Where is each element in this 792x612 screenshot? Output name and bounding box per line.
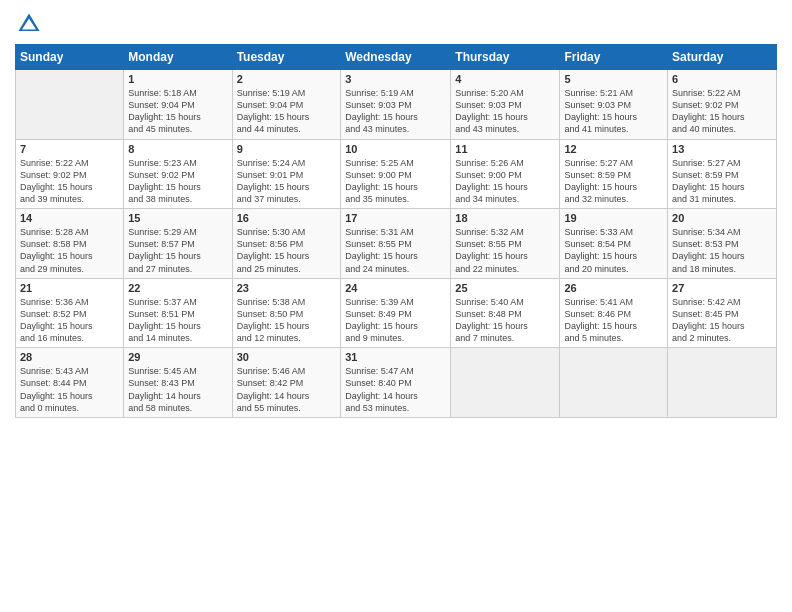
day-info: Sunrise: 5:22 AM Sunset: 9:02 PM Dayligh… <box>672 87 772 136</box>
day-info: Sunrise: 5:38 AM Sunset: 8:50 PM Dayligh… <box>237 296 337 345</box>
calendar-week-row: 28Sunrise: 5:43 AM Sunset: 8:44 PM Dayli… <box>16 348 777 418</box>
day-number: 26 <box>564 282 663 294</box>
calendar-cell <box>451 348 560 418</box>
day-number: 20 <box>672 212 772 224</box>
calendar-cell: 14Sunrise: 5:28 AM Sunset: 8:58 PM Dayli… <box>16 209 124 279</box>
day-number: 18 <box>455 212 555 224</box>
calendar-header-row: SundayMondayTuesdayWednesdayThursdayFrid… <box>16 45 777 70</box>
day-number: 5 <box>564 73 663 85</box>
calendar-cell: 19Sunrise: 5:33 AM Sunset: 8:54 PM Dayli… <box>560 209 668 279</box>
calendar-cell: 20Sunrise: 5:34 AM Sunset: 8:53 PM Dayli… <box>668 209 777 279</box>
calendar-week-row: 7Sunrise: 5:22 AM Sunset: 9:02 PM Daylig… <box>16 139 777 209</box>
day-number: 31 <box>345 351 446 363</box>
calendar-cell: 28Sunrise: 5:43 AM Sunset: 8:44 PM Dayli… <box>16 348 124 418</box>
day-info: Sunrise: 5:42 AM Sunset: 8:45 PM Dayligh… <box>672 296 772 345</box>
day-number: 12 <box>564 143 663 155</box>
day-number: 13 <box>672 143 772 155</box>
calendar-cell: 17Sunrise: 5:31 AM Sunset: 8:55 PM Dayli… <box>341 209 451 279</box>
day-info: Sunrise: 5:28 AM Sunset: 8:58 PM Dayligh… <box>20 226 119 275</box>
day-info: Sunrise: 5:26 AM Sunset: 9:00 PM Dayligh… <box>455 157 555 206</box>
day-info: Sunrise: 5:22 AM Sunset: 9:02 PM Dayligh… <box>20 157 119 206</box>
day-number: 21 <box>20 282 119 294</box>
day-number: 17 <box>345 212 446 224</box>
day-number: 3 <box>345 73 446 85</box>
calendar-cell: 11Sunrise: 5:26 AM Sunset: 9:00 PM Dayli… <box>451 139 560 209</box>
calendar-cell: 12Sunrise: 5:27 AM Sunset: 8:59 PM Dayli… <box>560 139 668 209</box>
calendar-week-row: 21Sunrise: 5:36 AM Sunset: 8:52 PM Dayli… <box>16 278 777 348</box>
day-info: Sunrise: 5:46 AM Sunset: 8:42 PM Dayligh… <box>237 365 337 414</box>
logo <box>15 10 47 38</box>
calendar-week-row: 14Sunrise: 5:28 AM Sunset: 8:58 PM Dayli… <box>16 209 777 279</box>
day-number: 15 <box>128 212 227 224</box>
day-info: Sunrise: 5:21 AM Sunset: 9:03 PM Dayligh… <box>564 87 663 136</box>
calendar-cell: 26Sunrise: 5:41 AM Sunset: 8:46 PM Dayli… <box>560 278 668 348</box>
day-number: 7 <box>20 143 119 155</box>
calendar-cell: 6Sunrise: 5:22 AM Sunset: 9:02 PM Daylig… <box>668 70 777 140</box>
day-number: 16 <box>237 212 337 224</box>
day-info: Sunrise: 5:39 AM Sunset: 8:49 PM Dayligh… <box>345 296 446 345</box>
day-number: 11 <box>455 143 555 155</box>
day-info: Sunrise: 5:41 AM Sunset: 8:46 PM Dayligh… <box>564 296 663 345</box>
calendar-header-day: Tuesday <box>232 45 341 70</box>
day-number: 24 <box>345 282 446 294</box>
page-header <box>15 10 777 38</box>
calendar-header-day: Thursday <box>451 45 560 70</box>
day-info: Sunrise: 5:27 AM Sunset: 8:59 PM Dayligh… <box>564 157 663 206</box>
day-info: Sunrise: 5:23 AM Sunset: 9:02 PM Dayligh… <box>128 157 227 206</box>
day-number: 23 <box>237 282 337 294</box>
logo-icon <box>15 10 43 38</box>
day-number: 1 <box>128 73 227 85</box>
day-info: Sunrise: 5:24 AM Sunset: 9:01 PM Dayligh… <box>237 157 337 206</box>
calendar-cell: 4Sunrise: 5:20 AM Sunset: 9:03 PM Daylig… <box>451 70 560 140</box>
calendar-cell: 15Sunrise: 5:29 AM Sunset: 8:57 PM Dayli… <box>124 209 232 279</box>
calendar-cell: 24Sunrise: 5:39 AM Sunset: 8:49 PM Dayli… <box>341 278 451 348</box>
day-info: Sunrise: 5:40 AM Sunset: 8:48 PM Dayligh… <box>455 296 555 345</box>
day-number: 4 <box>455 73 555 85</box>
day-info: Sunrise: 5:32 AM Sunset: 8:55 PM Dayligh… <box>455 226 555 275</box>
calendar-header-day: Monday <box>124 45 232 70</box>
calendar-cell: 16Sunrise: 5:30 AM Sunset: 8:56 PM Dayli… <box>232 209 341 279</box>
calendar-cell: 31Sunrise: 5:47 AM Sunset: 8:40 PM Dayli… <box>341 348 451 418</box>
day-info: Sunrise: 5:34 AM Sunset: 8:53 PM Dayligh… <box>672 226 772 275</box>
day-number: 28 <box>20 351 119 363</box>
calendar-cell <box>668 348 777 418</box>
day-number: 14 <box>20 212 119 224</box>
day-number: 6 <box>672 73 772 85</box>
calendar-cell: 18Sunrise: 5:32 AM Sunset: 8:55 PM Dayli… <box>451 209 560 279</box>
day-number: 27 <box>672 282 772 294</box>
day-number: 9 <box>237 143 337 155</box>
calendar-cell: 30Sunrise: 5:46 AM Sunset: 8:42 PM Dayli… <box>232 348 341 418</box>
day-number: 25 <box>455 282 555 294</box>
day-info: Sunrise: 5:33 AM Sunset: 8:54 PM Dayligh… <box>564 226 663 275</box>
day-number: 19 <box>564 212 663 224</box>
day-info: Sunrise: 5:30 AM Sunset: 8:56 PM Dayligh… <box>237 226 337 275</box>
day-number: 30 <box>237 351 337 363</box>
calendar-cell: 22Sunrise: 5:37 AM Sunset: 8:51 PM Dayli… <box>124 278 232 348</box>
calendar-table: SundayMondayTuesdayWednesdayThursdayFrid… <box>15 44 777 418</box>
day-info: Sunrise: 5:31 AM Sunset: 8:55 PM Dayligh… <box>345 226 446 275</box>
day-info: Sunrise: 5:43 AM Sunset: 8:44 PM Dayligh… <box>20 365 119 414</box>
day-info: Sunrise: 5:45 AM Sunset: 8:43 PM Dayligh… <box>128 365 227 414</box>
day-number: 2 <box>237 73 337 85</box>
calendar-cell: 10Sunrise: 5:25 AM Sunset: 9:00 PM Dayli… <box>341 139 451 209</box>
day-number: 10 <box>345 143 446 155</box>
day-number: 29 <box>128 351 227 363</box>
calendar-cell <box>560 348 668 418</box>
day-info: Sunrise: 5:18 AM Sunset: 9:04 PM Dayligh… <box>128 87 227 136</box>
calendar-header-day: Wednesday <box>341 45 451 70</box>
calendar-cell: 9Sunrise: 5:24 AM Sunset: 9:01 PM Daylig… <box>232 139 341 209</box>
day-info: Sunrise: 5:25 AM Sunset: 9:00 PM Dayligh… <box>345 157 446 206</box>
calendar-header-day: Sunday <box>16 45 124 70</box>
calendar-cell <box>16 70 124 140</box>
calendar-header-day: Saturday <box>668 45 777 70</box>
day-number: 8 <box>128 143 227 155</box>
day-info: Sunrise: 5:36 AM Sunset: 8:52 PM Dayligh… <box>20 296 119 345</box>
day-info: Sunrise: 5:27 AM Sunset: 8:59 PM Dayligh… <box>672 157 772 206</box>
calendar-cell: 13Sunrise: 5:27 AM Sunset: 8:59 PM Dayli… <box>668 139 777 209</box>
day-info: Sunrise: 5:29 AM Sunset: 8:57 PM Dayligh… <box>128 226 227 275</box>
day-info: Sunrise: 5:19 AM Sunset: 9:03 PM Dayligh… <box>345 87 446 136</box>
calendar-cell: 7Sunrise: 5:22 AM Sunset: 9:02 PM Daylig… <box>16 139 124 209</box>
day-info: Sunrise: 5:47 AM Sunset: 8:40 PM Dayligh… <box>345 365 446 414</box>
calendar-cell: 27Sunrise: 5:42 AM Sunset: 8:45 PM Dayli… <box>668 278 777 348</box>
day-info: Sunrise: 5:20 AM Sunset: 9:03 PM Dayligh… <box>455 87 555 136</box>
